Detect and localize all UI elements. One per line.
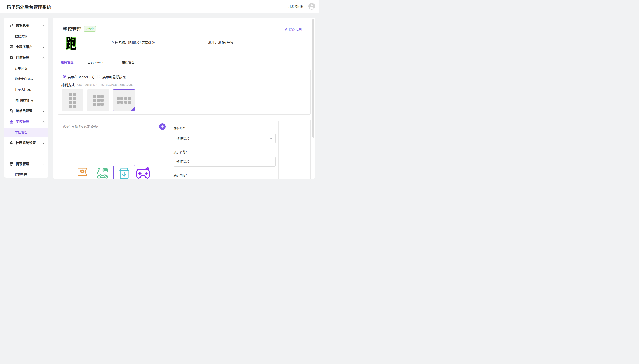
svg-text:跑: 跑 xyxy=(66,37,76,50)
